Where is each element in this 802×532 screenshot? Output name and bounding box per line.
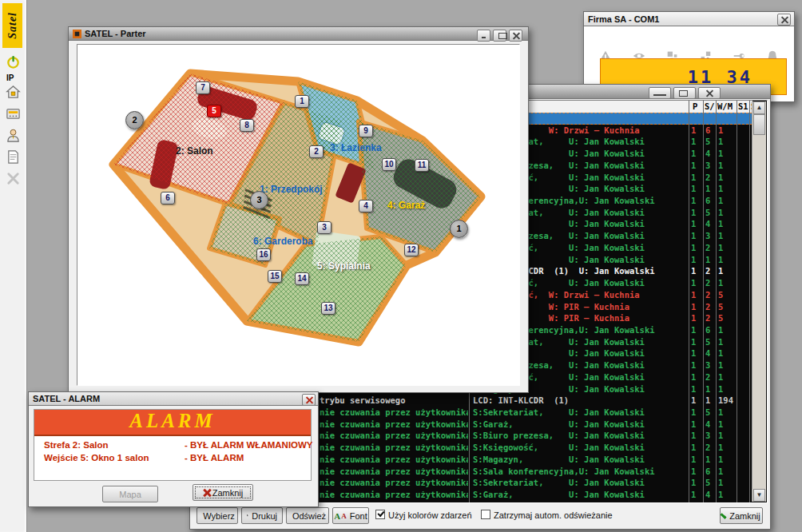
partition-marker-1[interactable]: 1 — [450, 220, 468, 238]
report-icon[interactable] — [6, 149, 21, 165]
log-cell-p: 1 — [691, 148, 696, 160]
zone-marker-5[interactable]: 5 — [207, 105, 221, 117]
log-close-bottom-button[interactable]: Zamknij — [720, 507, 763, 524]
log-cell-wm: 5 — [718, 289, 723, 301]
alarm-banner: ALARM — [34, 410, 311, 436]
alarm-titlebar[interactable]: SATEL - ALARM — [29, 392, 318, 406]
zone-marker-11[interactable]: 11 — [415, 159, 429, 172]
zone-marker-4[interactable]: 4 — [359, 200, 373, 212]
log-cell-s: 2 — [705, 371, 710, 383]
print-button[interactable]: Drukuj — [241, 507, 283, 524]
close-icon[interactable] — [6, 171, 21, 186]
zone-marker-1[interactable]: 1 — [295, 95, 309, 108]
keypad-icon[interactable] — [6, 106, 21, 121]
log-cell-src: S:Garaż, U: Jan Kowalski — [473, 489, 687, 501]
zone-marker-12[interactable]: 12 — [404, 244, 419, 256]
log-cell-p: 1 — [691, 312, 696, 324]
zone-marker-14[interactable]: 14 — [295, 272, 309, 285]
log-cell-desc: nie czuwania przez użytkownika — [320, 430, 468, 442]
zone-marker-8[interactable]: 8 — [240, 119, 254, 132]
log-cell-s: 3 — [705, 430, 710, 442]
log-cell-wm: 1 — [718, 148, 723, 160]
zone-marker-16[interactable]: 16 — [256, 248, 271, 261]
log-cell-p: 1 — [691, 218, 696, 230]
use-colors-checkbox[interactable] — [375, 510, 385, 519]
log-cell-s: 2 — [705, 172, 710, 184]
alarm-close-button[interactable]: Zamknij — [193, 484, 253, 501]
alarm-window-title: SATEL - ALARM — [33, 394, 100, 403]
log-cell-s: 4 — [705, 347, 710, 359]
scroll-down-arrow[interactable]: ▼ — [753, 489, 765, 502]
log-cell-desc: trybu serwisowego — [320, 395, 468, 407]
select-button[interactable]: Wybierz — [197, 507, 238, 524]
scroll-up-arrow[interactable]: ▲ — [753, 101, 765, 114]
log-cell-s: 5 — [705, 407, 710, 419]
room-label-lazienka: 3: Łazienka — [330, 142, 382, 153]
log-maximize-button[interactable] — [673, 87, 696, 99]
zone-marker-10[interactable]: 10 — [382, 158, 396, 171]
log-cell-s: 2 — [705, 312, 710, 324]
log-cell-s: 1 — [705, 454, 710, 466]
log-cell-desc: nie czuwania przez użytkownika — [320, 442, 468, 454]
zone-marker-15[interactable]: 15 — [268, 270, 282, 283]
log-cell-wm: 1 — [718, 207, 723, 219]
log-cell-p: 1 — [691, 454, 696, 466]
col-p: P — [693, 101, 697, 111]
log-cell-s: 5 — [705, 336, 710, 348]
plan-window: SATEL - Parter — [68, 26, 529, 393]
log-cell-desc: nie czuwania przez użytkownika — [320, 454, 468, 466]
zone-marker-3[interactable]: 3 — [317, 221, 332, 234]
log-cell-s: 1 — [705, 183, 710, 195]
log-minimize-button[interactable] — [649, 87, 671, 99]
log-cell-s: 5 — [705, 136, 710, 148]
log-cell-wm: 1 — [718, 125, 723, 137]
plan-window-titlebar[interactable]: SATEL - Parter — [69, 27, 528, 41]
log-cell-wm: 1 — [718, 324, 723, 336]
zone-marker-13[interactable]: 13 — [321, 302, 335, 315]
zone-marker-6[interactable]: 6 — [161, 192, 175, 204]
log-cell-s: 6 — [705, 466, 710, 478]
zone-marker-9[interactable]: 9 — [359, 125, 373, 137]
scroll-thumb[interactable] — [753, 114, 765, 135]
log-cell-s: 3 — [705, 230, 710, 242]
zone-marker-7[interactable]: 7 — [196, 81, 210, 94]
alarm-close-x-button[interactable] — [302, 394, 316, 406]
log-cell-wm: 1 — [718, 254, 723, 266]
sidebar: Satel IP — [0, 0, 27, 532]
partition-marker-3[interactable]: 3 — [250, 191, 268, 209]
vertical-scrollbar[interactable]: ▲ ▼ — [752, 101, 766, 502]
refresh-button[interactable]: Odśwież — [286, 507, 329, 524]
log-cell-s: 2 — [705, 301, 710, 313]
partition-marker-2[interactable]: 2 — [125, 111, 144, 129]
log-close-button[interactable] — [698, 87, 721, 99]
map-button[interactable]: Mapa — [102, 486, 158, 502]
zone-marker-2[interactable]: 2 — [309, 145, 324, 158]
log-cell-p: 1 — [691, 489, 696, 501]
clock-window-titlebar[interactable]: Firma SA - COM1 — [584, 12, 794, 26]
log-cell-p: 1 — [691, 207, 696, 219]
alarm-line1-right: - BYŁ ALARM WŁAMANIOWY — [185, 440, 313, 450]
operator-icon[interactable] — [6, 128, 21, 143]
log-cell-s: 2 — [705, 442, 710, 454]
plan-maximize-button[interactable] — [493, 30, 506, 42]
col-s1: S1 — [738, 101, 748, 111]
clock-close-button[interactable] — [777, 14, 791, 26]
power-icon[interactable] — [6, 54, 21, 69]
font-button[interactable]: AA Font — [332, 507, 369, 524]
plan-window-icon — [73, 30, 81, 38]
home-icon[interactable] — [6, 85, 21, 100]
log-cell-p: 1 — [691, 136, 696, 148]
log-cell-wm: 1 — [718, 419, 723, 431]
log-cell-p: 1 — [691, 395, 696, 407]
log-cell-p: 1 — [691, 419, 696, 431]
log-cell-s: 3 — [705, 160, 710, 172]
plan-minimize-button[interactable] — [477, 30, 490, 42]
room-label-salon: 2: Salon — [176, 145, 213, 157]
log-cell-p: 1 — [691, 430, 696, 442]
log-cell-wm: 1 — [718, 347, 723, 359]
log-cell-wm: 1 — [718, 277, 723, 289]
log-cell-p: 1 — [691, 289, 696, 301]
log-cell-src: S:Księgowość, U: Jan Kowalski — [473, 442, 687, 454]
plan-close-button[interactable] — [509, 30, 522, 42]
stop-refresh-checkbox[interactable] — [481, 510, 490, 519]
